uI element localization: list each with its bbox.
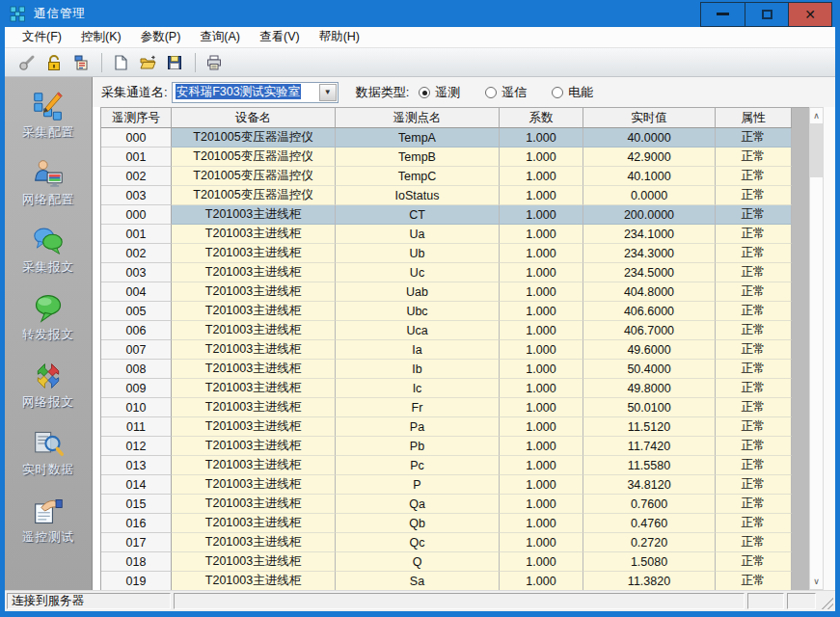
cell-attr: 正常	[716, 533, 792, 552]
cell-point: Qb	[336, 514, 500, 533]
table-row[interactable]: 004T201003主进线柜Uab1.000404.8000正常	[101, 282, 792, 302]
cell-seq: 007	[101, 340, 172, 360]
col-header-coef[interactable]: 系数	[500, 108, 583, 128]
cell-point: Qa	[336, 495, 500, 514]
scroll-down-arrow-icon[interactable]: ∨	[810, 574, 823, 589]
cell-device: T201003主进线柜	[172, 379, 336, 398]
menu-help[interactable]: 帮助(H)	[310, 27, 369, 47]
table-row[interactable]: 000T201005变压器温控仪TempA1.00040.0000正常	[101, 128, 792, 148]
cell-device: T201003主进线柜	[172, 360, 336, 379]
menu-view[interactable]: 查看(V)	[250, 27, 310, 47]
close-button[interactable]: ✕	[788, 3, 831, 26]
cell-device: T201003主进线柜	[172, 398, 336, 417]
scrollbar-track[interactable]	[810, 177, 823, 574]
cell-seq: 017	[101, 533, 172, 552]
cell-attr: 正常	[716, 552, 792, 572]
table-row[interactable]: 015T201003主进线柜Qa1.0000.7600正常	[101, 495, 792, 514]
open-folder-button[interactable]	[135, 51, 160, 74]
col-header-value[interactable]: 实时值	[583, 108, 716, 128]
remote-test-icon	[31, 496, 66, 526]
table-row[interactable]: 009T201003主进线柜Ic1.00049.8000正常	[101, 379, 792, 398]
table-row[interactable]: 007T201003主进线柜Ia1.00049.6000正常	[101, 340, 792, 360]
table-row[interactable]: 003T201005变压器温控仪IoStatus1.0000.0000正常	[101, 186, 792, 205]
cell-value: 234.1000	[583, 225, 716, 244]
cell-attr: 正常	[716, 360, 792, 379]
save-icon	[166, 54, 183, 71]
cell-coef: 1.000	[500, 475, 583, 495]
cell-seq: 018	[101, 552, 172, 572]
config-tag-button[interactable]	[68, 51, 94, 74]
cell-value: 200.0000	[583, 205, 716, 225]
col-header-device[interactable]: 设备名	[172, 108, 336, 128]
cell-coef: 1.000	[500, 340, 583, 360]
table-row[interactable]: 003T201003主进线柜Uc1.000234.5000正常	[101, 263, 792, 282]
table-row[interactable]: 018T201003主进线柜Q1.0001.5080正常	[101, 552, 792, 572]
sidebar-item-network-message[interactable]: 网络报文	[6, 361, 91, 411]
radio-telesignal[interactable]: 遥信	[485, 84, 527, 101]
table-row[interactable]: 002T201005变压器温控仪TempC1.00040.1000正常	[101, 167, 792, 186]
table-row[interactable]: 005T201003主进线柜Ubc1.000406.6000正常	[101, 302, 792, 321]
table-row[interactable]: 010T201003主进线柜Fr1.00050.0100正常	[101, 398, 792, 417]
menu-file[interactable]: 文件(F)	[13, 27, 71, 47]
table-row[interactable]: 016T201003主进线柜Qb1.0000.4760正常	[101, 514, 792, 533]
col-header-attr[interactable]: 属性	[716, 108, 792, 128]
cell-point: Fr	[336, 398, 500, 417]
cell-point: IoStatus	[336, 186, 500, 205]
print-button[interactable]	[202, 51, 227, 74]
forward-message-icon	[31, 293, 66, 324]
table-row[interactable]: 008T201003主进线柜Ib1.00050.4000正常	[101, 360, 792, 379]
unlock-button[interactable]	[41, 51, 67, 74]
col-header-point[interactable]: 遥测点名	[336, 108, 500, 128]
cell-coef: 1.000	[500, 186, 583, 205]
table-row[interactable]: 001T201005变压器温控仪TempB1.00042.9000正常	[101, 148, 792, 167]
new-file-button[interactable]	[108, 51, 133, 74]
sidebar-item-collect-config[interactable]: 采集配置	[6, 91, 91, 141]
vertical-scrollbar[interactable]: ∧ ∨	[809, 107, 824, 590]
sidebar-item-network-config[interactable]: 网络配置	[6, 158, 91, 208]
table-row[interactable]: 006T201003主进线柜Uca1.000406.7000正常	[101, 321, 792, 340]
minimize-button[interactable]	[701, 3, 745, 26]
sidebar-item-remote-test[interactable]: 遥控测试	[6, 496, 91, 546]
cell-seq: 015	[101, 495, 172, 514]
menu-query[interactable]: 查询(A)	[190, 27, 250, 47]
telemetry-table: 遥测序号 设备名 遥测点名 系数 实时值 属性 000T201005变压器温控仪…	[100, 107, 792, 590]
sidebar-item-forward-message[interactable]: 转发报文	[6, 293, 91, 343]
menu-params[interactable]: 参数(P)	[131, 27, 191, 47]
radio-energy[interactable]: 电能	[552, 84, 593, 101]
col-header-seq[interactable]: 遥测序号	[101, 108, 172, 128]
table-row[interactable]: 017T201003主进线柜Qc1.0000.2720正常	[101, 533, 792, 552]
channel-select[interactable]: 安科瑞F303测试实验室 ▼	[172, 82, 339, 103]
chevron-down-icon[interactable]: ▼	[319, 84, 337, 101]
cell-point: Uab	[336, 282, 500, 302]
cell-value: 0.4760	[583, 514, 716, 533]
table-row[interactable]: 011T201003主进线柜Pa1.00011.5120正常	[101, 417, 792, 437]
sidebar-item-realtime-data[interactable]: 实时数据	[6, 428, 91, 478]
menu-control[interactable]: 控制(K)	[71, 27, 131, 47]
key-button[interactable]	[14, 51, 40, 74]
scrollbar-thumb[interactable]	[810, 123, 823, 177]
table-row[interactable]: 002T201003主进线柜Ub1.000234.3000正常	[101, 244, 792, 263]
cell-device: T201003主进线柜	[172, 456, 336, 475]
print-icon	[205, 54, 223, 71]
cell-device: T201003主进线柜	[172, 205, 336, 225]
table-row[interactable]: 019T201003主进线柜Sa1.00011.3820正常	[101, 572, 792, 590]
sidebar-item-collect-message[interactable]: 采集报文	[6, 226, 91, 276]
config-tag-icon	[72, 54, 90, 71]
scroll-up-arrow-icon[interactable]: ∧	[810, 108, 823, 123]
cell-point: Qc	[336, 533, 500, 552]
cell-value: 0.0000	[583, 186, 716, 205]
cell-attr: 正常	[716, 398, 792, 417]
cell-point: P	[336, 475, 500, 495]
network-config-icon	[31, 158, 66, 189]
table-row[interactable]: 000T201003主进线柜CT1.000200.0000正常	[101, 205, 792, 225]
cell-coef: 1.000	[500, 205, 583, 225]
table-row[interactable]: 014T201003主进线柜P1.00034.8120正常	[101, 475, 792, 495]
table-row[interactable]: 013T201003主进线柜Pc1.00011.5580正常	[101, 456, 792, 475]
table-row[interactable]: 012T201003主进线柜Pb1.00011.7420正常	[101, 437, 792, 456]
maximize-button[interactable]	[745, 3, 788, 26]
save-button[interactable]	[162, 51, 187, 74]
table-row[interactable]: 001T201003主进线柜Ua1.000234.1000正常	[101, 225, 792, 244]
status-connection: 连接到服务器	[7, 593, 171, 609]
resize-grip[interactable]	[819, 593, 833, 609]
radio-telemetry[interactable]: 遥测	[419, 84, 460, 101]
